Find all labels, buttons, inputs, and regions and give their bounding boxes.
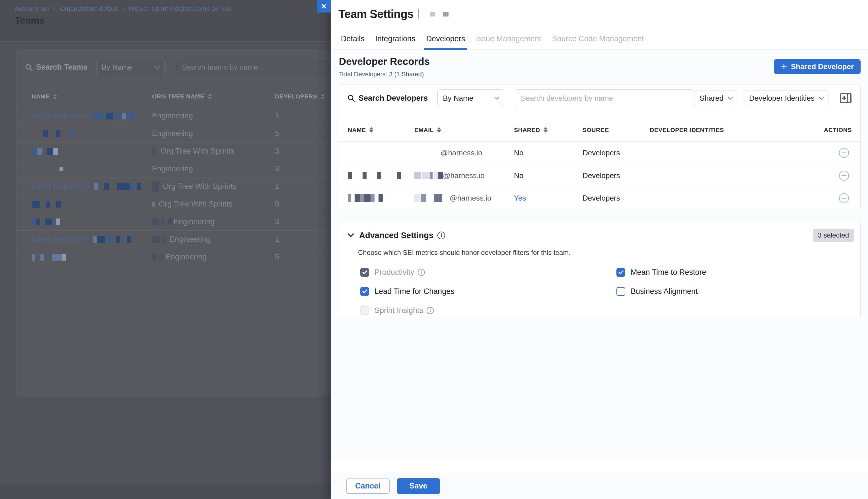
tab-developers[interactable]: Developers bbox=[426, 28, 465, 49]
chevron-down-icon bbox=[819, 95, 824, 100]
teams-filter-by-select[interactable]: By Name bbox=[96, 59, 165, 76]
metric-label: Sprint Insights bbox=[374, 306, 423, 315]
selected-count-badge: 3 selected bbox=[813, 229, 854, 242]
developer-shared-cell: No bbox=[514, 171, 582, 180]
content-bottom-strip bbox=[331, 459, 868, 473]
drawer-header: Team Settings bbox=[331, 0, 868, 28]
column-header-name[interactable]: NAME bbox=[348, 120, 414, 133]
team-name-link[interactable]: Direct Reports of bbox=[32, 182, 89, 191]
developer-row[interactable]: @harness.io No Developers bbox=[339, 164, 860, 187]
metric-productivity: Productivity i bbox=[360, 267, 616, 278]
info-icon[interactable]: i bbox=[437, 232, 445, 239]
title-divider bbox=[418, 9, 419, 19]
advanced-settings-card: Advanced Settings i 3 selected Choose wh… bbox=[339, 222, 860, 318]
column-header-developer-identities: DEVELOPER IDENTITIES bbox=[650, 120, 820, 133]
info-icon[interactable]: i bbox=[418, 269, 425, 276]
save-button[interactable]: Save bbox=[397, 478, 440, 494]
sprint-insights-checkbox[interactable] bbox=[360, 306, 369, 315]
search-developers-label: Search Developers bbox=[359, 94, 428, 103]
developers-table-header: NAME EMAIL SHARED SOURCE DEVELOPER IDENT… bbox=[339, 112, 860, 142]
developer-row[interactable]: @harness.io Yes Developers bbox=[339, 187, 860, 209]
add-shared-developer-button[interactable]: + Shared Developer bbox=[774, 59, 860, 74]
metrics-grid: Productivity i Mean Time to Restore Lead… bbox=[360, 267, 854, 316]
developer-shared-cell: No bbox=[514, 148, 582, 157]
metric-label: Productivity bbox=[374, 268, 414, 277]
mean-time-to-restore-checkbox[interactable] bbox=[616, 268, 625, 277]
developers-search-row: Search Developers By Name Shared Develop… bbox=[339, 85, 860, 112]
info-icon[interactable]: i bbox=[426, 307, 434, 314]
team-name-link[interactable]: Direct Reports of bbox=[32, 111, 89, 120]
business-alignment-checkbox[interactable] bbox=[616, 287, 625, 296]
search-icon bbox=[347, 94, 355, 102]
metric-sprint-insights: Sprint Insights i bbox=[360, 305, 616, 316]
developer-name-cell bbox=[348, 194, 414, 202]
shared-filter-select[interactable]: Shared bbox=[694, 90, 737, 106]
developer-row[interactable]: @harness.io No Developers bbox=[339, 142, 860, 164]
search-icon bbox=[25, 63, 33, 71]
sort-icon[interactable] bbox=[544, 127, 547, 133]
breadcrumb-project[interactable]: Project: Sprint Insights Demo 26 Nov bbox=[129, 5, 231, 13]
app-screen: Account: sei › Organization: default › P… bbox=[0, 0, 868, 499]
records-subtitle: Total Developers: 3 (1 Shared) bbox=[339, 71, 430, 78]
column-header-org-tree[interactable]: ORG TREE NAME bbox=[152, 93, 275, 100]
sort-icon[interactable] bbox=[208, 94, 212, 99]
breadcrumb-separator: › bbox=[53, 6, 56, 12]
developer-shared-cell: Yes bbox=[514, 194, 582, 203]
tab-integrations[interactable]: Integrations bbox=[375, 28, 415, 49]
records-header: Developer Records Total Developers: 3 (1… bbox=[339, 56, 860, 78]
metric-label: Business Alignment bbox=[631, 287, 698, 296]
developer-email-cell: @harness.io bbox=[414, 171, 514, 180]
chevron-down-icon bbox=[348, 233, 354, 237]
developer-source-cell: Developers bbox=[582, 194, 650, 203]
developer-name-cell bbox=[348, 172, 414, 179]
remove-developer-icon[interactable] bbox=[839, 171, 849, 181]
developer-identities-filter-select[interactable]: Developer Identities bbox=[744, 90, 829, 106]
search-teams-label: Search Teams bbox=[36, 63, 88, 72]
breadcrumb-account[interactable]: Account: sei bbox=[15, 5, 49, 13]
developer-source-cell: Developers bbox=[582, 171, 650, 180]
sort-icon[interactable] bbox=[437, 127, 441, 133]
search-developers-input[interactable] bbox=[515, 89, 694, 107]
breadcrumb-separator: › bbox=[122, 6, 124, 12]
sort-icon[interactable] bbox=[321, 94, 325, 99]
developers-card: Search Developers By Name Shared Develop… bbox=[339, 84, 860, 209]
redacted-team-name bbox=[430, 12, 435, 16]
lead-time-for-changes-checkbox[interactable] bbox=[360, 287, 369, 296]
drawer-footer: Cancel Save bbox=[331, 473, 868, 499]
developers-filter-by-select[interactable]: By Name bbox=[437, 89, 504, 107]
team-name-link[interactable]: Direct Reports of bbox=[32, 235, 89, 244]
tab-source-code-management[interactable]: Source Code Management bbox=[552, 28, 644, 49]
developer-email-cell: @harness.io bbox=[414, 148, 514, 157]
team-settings-drawer: Team Settings Details Integrations Devel… bbox=[331, 0, 868, 499]
productivity-checkbox[interactable] bbox=[360, 268, 369, 277]
tab-issue-management[interactable]: Issue Management bbox=[476, 28, 541, 49]
cancel-button[interactable]: Cancel bbox=[346, 478, 389, 494]
tab-details[interactable]: Details bbox=[341, 28, 364, 49]
breadcrumb-organization[interactable]: Organization: default bbox=[60, 5, 118, 13]
shared-filter-value: Shared bbox=[700, 94, 723, 103]
teams-filter-by-value: By Name bbox=[101, 63, 132, 72]
metric-label: Mean Time to Restore bbox=[631, 268, 706, 277]
column-header-shared[interactable]: SHARED bbox=[514, 120, 582, 133]
chevron-down-icon bbox=[155, 64, 160, 69]
column-header-email[interactable]: EMAIL bbox=[414, 120, 514, 133]
chevron-down-icon bbox=[495, 95, 499, 100]
remove-developer-icon[interactable] bbox=[839, 193, 849, 203]
redacted-team-name bbox=[443, 12, 448, 16]
column-header-name[interactable]: NAME bbox=[32, 93, 152, 100]
column-header-actions: ACTIONS bbox=[820, 120, 852, 133]
identities-filter-value: Developer Identities bbox=[749, 94, 815, 103]
metric-mean-time-to-restore: Mean Time to Restore bbox=[616, 267, 854, 278]
column-settings-button[interactable] bbox=[839, 92, 852, 104]
remove-developer-icon[interactable] bbox=[839, 148, 849, 158]
filter-by-value: By Name bbox=[443, 94, 473, 103]
metric-label: Lead Time for Changes bbox=[374, 287, 455, 296]
metric-business-alignment: Business Alignment bbox=[616, 286, 854, 297]
sort-icon[interactable] bbox=[53, 94, 57, 99]
close-drawer-button[interactable]: ✕ bbox=[317, 0, 331, 13]
sort-icon[interactable] bbox=[370, 127, 373, 133]
developer-source-cell: Developers bbox=[582, 148, 650, 157]
metric-lead-time-for-changes: Lead Time for Changes bbox=[360, 286, 616, 297]
advanced-settings-header[interactable]: Advanced Settings i 3 selected bbox=[348, 229, 854, 242]
add-column-icon bbox=[840, 93, 852, 104]
